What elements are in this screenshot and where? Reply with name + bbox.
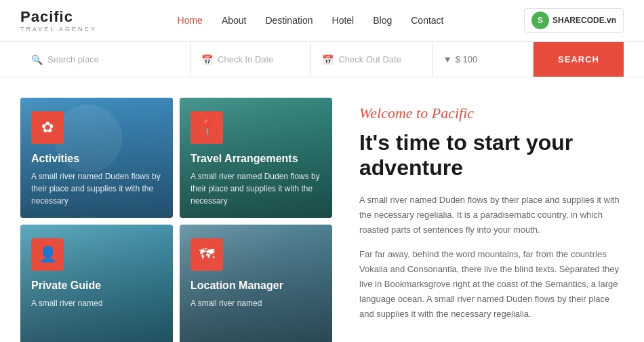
card-title-2: Travel Arrangements bbox=[190, 152, 321, 165]
card-desc-3: A small river named bbox=[31, 297, 162, 309]
card-activities[interactable]: ✿ Activities A small river named Duden f… bbox=[20, 98, 173, 218]
chevron-down-icon: ▼ bbox=[443, 54, 452, 64]
body-paragraph-1: A small river named Duden flows by their… bbox=[359, 193, 624, 238]
calendar-icon: 📅 bbox=[201, 54, 213, 65]
nav-about[interactable]: About bbox=[222, 15, 247, 26]
price-filter[interactable]: ▼ $ 100 bbox=[432, 42, 534, 77]
search-button[interactable]: SEARCH bbox=[534, 42, 624, 77]
checkout-field[interactable]: 📅 bbox=[311, 42, 432, 77]
checkin-field[interactable]: 📅 bbox=[190, 42, 311, 77]
welcome-heading: Welcome to Pacific bbox=[359, 104, 624, 122]
info-section: Welcome to Pacific It's time to start yo… bbox=[353, 98, 624, 342]
card-title-1: Activities bbox=[31, 152, 162, 165]
sharecode-icon: S bbox=[531, 12, 549, 29]
price-label: $ 100 bbox=[456, 54, 478, 64]
activities-icon: ✿ bbox=[31, 111, 64, 144]
card-title-4: Location Manager bbox=[190, 279, 321, 292]
calendar-icon-2: 📅 bbox=[322, 54, 334, 65]
nav-contact[interactable]: Contact bbox=[411, 15, 443, 26]
search-place-input[interactable] bbox=[47, 54, 179, 64]
card-desc-1: A small river named Duden flows by their… bbox=[31, 170, 162, 207]
card-content-3: 👤 Private Guide A small river named bbox=[20, 225, 173, 342]
card-travel[interactable]: 📍 Travel Arrangements A small river name… bbox=[180, 98, 332, 218]
guide-icon: 👤 bbox=[31, 238, 64, 271]
card-title-3: Private Guide bbox=[31, 279, 162, 292]
logo: Pacific TRAVEL AGENCY bbox=[20, 8, 97, 33]
card-location[interactable]: 🗺 Location Manager A small river named bbox=[180, 225, 332, 342]
card-content-2: 📍 Travel Arrangements A small river name… bbox=[180, 98, 332, 218]
body-paragraph-2: Far far away, behind the word mountains,… bbox=[359, 247, 624, 322]
sharecode-badge: S SHARECODE.vn bbox=[524, 8, 624, 33]
cards-grid: ✿ Activities A small river named Duden f… bbox=[20, 98, 332, 342]
checkout-input[interactable] bbox=[338, 54, 420, 64]
travel-icon: 📍 bbox=[190, 111, 223, 144]
card-content-4: 🗺 Location Manager A small river named bbox=[180, 225, 332, 342]
card-guide[interactable]: 👤 Private Guide A small river named bbox=[20, 225, 173, 342]
main-content: ✿ Activities A small river named Duden f… bbox=[0, 77, 644, 342]
checkin-input[interactable] bbox=[218, 54, 300, 64]
logo-subtitle: TRAVEL AGENCY bbox=[20, 26, 97, 33]
card-content-1: ✿ Activities A small river named Duden f… bbox=[20, 98, 173, 218]
nav-blog[interactable]: Blog bbox=[373, 15, 392, 26]
main-nav: Home About Destination Hotel Blog Contac… bbox=[178, 15, 444, 26]
search-bar: 🔍 📅 📅 ▼ $ 100 SEARCH bbox=[0, 42, 644, 77]
card-desc-4: A small river named bbox=[190, 297, 321, 309]
sharecode-label: SHARECODE.vn bbox=[552, 16, 616, 25]
search-icon: 🔍 bbox=[31, 54, 43, 65]
nav-destination[interactable]: Destination bbox=[265, 15, 313, 26]
main-headline: It's time to start your adventure bbox=[359, 130, 624, 180]
header: Pacific TRAVEL AGENCY Home About Destina… bbox=[0, 0, 644, 42]
place-search-field[interactable]: 🔍 bbox=[20, 42, 190, 77]
nav-home[interactable]: Home bbox=[178, 15, 203, 26]
nav-hotel[interactable]: Hotel bbox=[332, 15, 355, 26]
location-icon: 🗺 bbox=[190, 238, 223, 271]
card-desc-2: A small river named Duden flows by their… bbox=[190, 170, 321, 207]
logo-title: Pacific bbox=[20, 8, 97, 26]
